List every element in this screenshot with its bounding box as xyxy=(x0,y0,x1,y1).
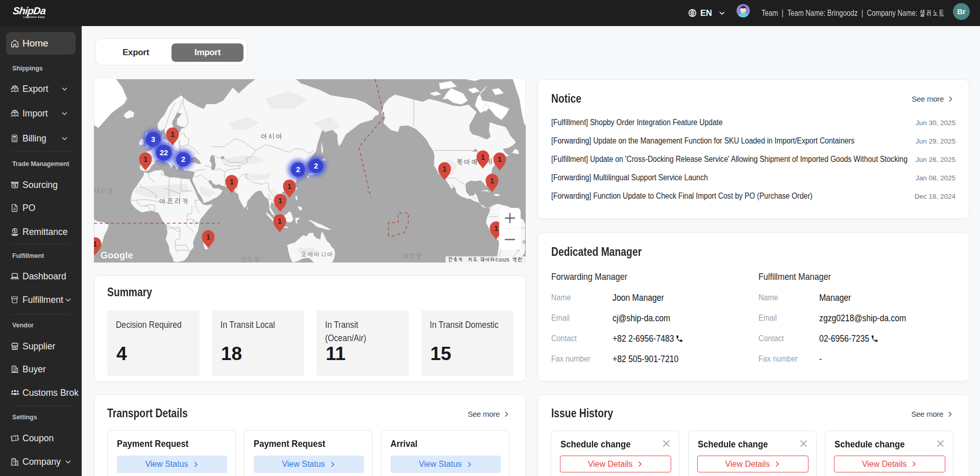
svg-text:Google: Google xyxy=(101,250,133,260)
svg-text:1: 1 xyxy=(494,224,498,232)
svg-text:1: 1 xyxy=(143,155,148,163)
svg-text:1: 1 xyxy=(481,153,485,161)
svg-text:1: 1 xyxy=(278,197,282,205)
svg-text:©2025: ©2025 xyxy=(495,257,509,263)
svg-text:22: 22 xyxy=(160,149,168,157)
svg-text:1: 1 xyxy=(498,155,502,163)
svg-text:1: 1 xyxy=(278,217,282,225)
svg-text:1: 1 xyxy=(230,178,234,186)
svg-text:2: 2 xyxy=(314,162,318,170)
svg-text:1: 1 xyxy=(170,130,175,138)
svg-text:1: 1 xyxy=(490,177,494,185)
svg-text:1: 1 xyxy=(94,240,97,248)
svg-text:2: 2 xyxy=(181,155,185,163)
svg-text:1: 1 xyxy=(287,182,291,191)
svg-text:1: 1 xyxy=(206,233,210,241)
svg-text:1: 1 xyxy=(443,165,447,173)
svg-text:2: 2 xyxy=(296,165,300,174)
svg-text:3: 3 xyxy=(151,135,155,144)
